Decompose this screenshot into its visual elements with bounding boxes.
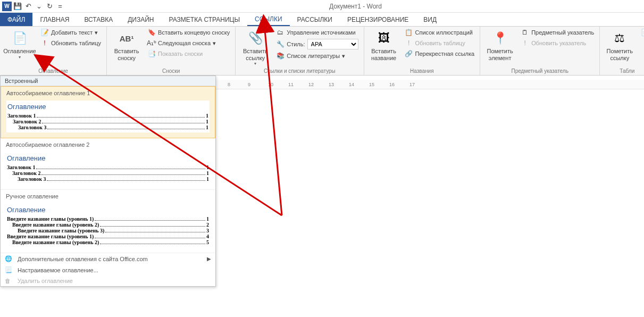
show-notes-label: Показать сноски [158,51,203,57]
remove-toc-icon: 🗑 [5,278,13,284]
group-captions: 🖼 Вставить название 📋Список иллюстраций … [364,27,481,75]
save-icon[interactable]: 💾 [13,2,22,11]
next-footnote-icon: A₁ᵇ [147,39,156,47]
group-footnotes: AB¹ Вставить сноску 🔖Вставить концевую с… [107,27,236,75]
update-table-button[interactable]: !Обновить таблицу [38,38,103,48]
index-icon: 🗒 [521,28,529,37]
next-footnote-button[interactable]: A₁ᵇСледующая сноска ▾ [145,38,232,48]
tab-mailings[interactable]: РАССЫЛКИ [290,13,340,26]
caption-icon: 🖼 [375,30,392,47]
group-toc-label: Оглавление [3,67,103,75]
insert-endnote-button[interactable]: 🔖Вставить концевую сноску [145,28,232,37]
toc-more-online[interactable]: 🌐Дополнительные оглавления с сайта Offic… [1,253,215,264]
toc-remove: 🗑Удалить оглавление [1,276,215,286]
toc-gallery-dropdown: Встроенный Автособираемое оглавление 1 О… [0,76,216,287]
mark-entry-button[interactable]: 📍 Пометить элемент [483,28,516,61]
toc-gallery-builtin-header: Встроенный [1,76,215,86]
toc-custom-label: Настраиваемое оглавление... [18,267,98,273]
update-icon: ! [40,39,49,47]
group-toc: 📄 Оглавление ▾ 📝Добавить текст ▾ !Обнови… [0,27,107,75]
tab-home[interactable]: ГЛАВНАЯ [32,13,77,26]
update-icon: ! [405,39,413,47]
group-authorities-label: Табли [603,67,644,75]
toc-option-auto1-title: Автособираемое оглавление 1 [6,90,210,96]
tab-view[interactable]: ВИД [416,13,444,26]
add-text-button[interactable]: 📝Добавить текст ▾ [38,28,103,37]
insert-citation-button[interactable]: 📎 Вставить ссылку ▾ [239,28,272,66]
redo-icon[interactable]: ↻ [45,2,54,11]
insert-caption-button[interactable]: 🖼 Вставить название [367,28,400,61]
tab-insert[interactable]: ВСТАВКА [77,13,120,26]
toc-line: Заголовок 31 [7,124,208,130]
tab-design[interactable]: ДИЗАЙН [120,13,161,26]
show-notes-button[interactable]: 📑Показать сноски [145,49,232,59]
bibliography-label: Список литературы [287,53,340,59]
toc-line: Введите название главы (уровень 2)2 [7,222,209,228]
qat-more-icon[interactable]: ⌄ [34,2,44,11]
group-citations: 📎 Вставить ссылку ▾ 🗂Управление источник… [236,27,364,75]
toc-preview: Оглавление Заголовок 11Заголовок 21Загол… [6,152,210,184]
update-figures-table-label: Обновить таблицу [415,40,465,46]
add-text-label: Добавить текст [51,29,93,36]
add-text-icon: 📝 [40,28,49,37]
update-index-button[interactable]: !Обновить указатель [518,38,596,48]
insert-index-button[interactable]: 🗒Предметный указатель [518,28,596,37]
group-captions-label: Названия [367,67,477,75]
authorities-icon: 📄 [640,28,644,37]
endnote-icon: 🔖 [147,28,156,37]
mark-citation-icon: ⚖ [611,30,628,47]
tab-review[interactable]: РЕЦЕНЗИРОВАНИЕ [340,13,416,26]
ribbon: 📄 Оглавление ▾ 📝Добавить текст ▾ !Обнови… [0,27,644,76]
dropdown-arrow-icon: ▾ [19,55,21,60]
tab-references[interactable]: ССЫЛКИ [247,13,289,26]
insert-figures-table-label: Список иллюстраций [415,29,473,36]
dropdown-arrow-icon: ▾ [254,61,256,66]
tab-layout[interactable]: РАЗМЕТКА СТРАНИЦЫ [162,13,248,26]
mark-entry-icon: 📍 [491,30,508,47]
next-footnote-label: Следующая сноска [158,40,211,46]
manage-sources-button[interactable]: 🗂Управление источниками [274,28,360,37]
group-authorities: ⚖ Пометить ссылку 📄 Табли [600,27,644,75]
chevron-right-icon: ▶ [207,256,211,262]
toc-option-auto1[interactable]: Автособираемое оглавление 1 Оглавление З… [1,86,215,138]
toc-preview: Оглавление Заголовок 11Заголовок 21Загол… [6,101,210,132]
toc-icon: 📄 [11,30,28,47]
group-footnotes-label: Сноски [110,67,232,75]
citation-icon: 📎 [247,30,264,47]
toc-preview-heading: Оглавление [7,103,208,111]
bibliography-button[interactable]: 📚Список литературы ▾ [274,51,360,61]
tab-file[interactable]: ФАЙЛ [0,13,32,26]
toc-line: Введите название главы (уровень 1)1 [7,216,209,222]
ribbon-tabs: ФАЙЛ ГЛАВНАЯ ВСТАВКА ДИЗАЙН РАЗМЕТКА СТР… [0,13,644,27]
toc-option-auto2[interactable]: Автособираемое оглавление 2 Оглавление З… [1,138,215,190]
update-figures-table-button[interactable]: !Обновить таблицу [403,38,477,48]
document-title: Документ1 - Word [67,3,644,10]
footnote-icon: AB¹ [118,30,135,47]
group-citations-label: Ссылки и списки литературы [239,67,360,75]
bibliography-icon: 📚 [276,52,285,60]
quick-access-toolbar: W 💾 ↶ ⌄ ↻ = [0,2,67,11]
globe-icon: 🌐 [5,255,13,262]
update-table-label: Обновить таблицу [51,40,101,46]
toc-line: Заголовок 21 [7,119,208,124]
toc-button[interactable]: 📄 Оглавление ▾ [3,28,36,60]
undo-icon[interactable]: ↶ [23,2,33,11]
toc-preview-lines: Введите название главы (уровень 1)1Введи… [7,216,209,245]
citation-style-select[interactable]: APA [307,39,358,49]
manage-sources-label: Управление источниками [287,29,355,36]
toc-option-manual[interactable]: Ручное оглавление Оглавление Введите наз… [1,190,215,253]
toc-line: Заголовок 21 [7,170,209,176]
insert-figures-table-button[interactable]: 📋Список иллюстраций [403,28,477,37]
cross-reference-button[interactable]: 🔗Перекрестная ссылка [403,49,477,59]
mark-citation-button[interactable]: ⚖ Пометить ссылку [603,28,636,61]
toc-line: Заголовок 31 [7,176,209,182]
authorities-extra-button[interactable]: 📄 [638,28,644,37]
insert-footnote-button[interactable]: AB¹ Вставить сноску [110,28,143,61]
insert-endnote-label: Вставить концевую сноску [158,29,230,36]
crossref-icon: 🔗 [405,49,413,58]
custom-toc-icon: 📃 [5,266,13,273]
insert-caption-label: Вставить название [367,48,400,61]
toc-remove-label: Удалить оглавление [18,278,73,284]
style-icon: 🔧 [276,40,285,48]
toc-custom[interactable]: 📃Настраиваемое оглавление... [1,264,215,276]
